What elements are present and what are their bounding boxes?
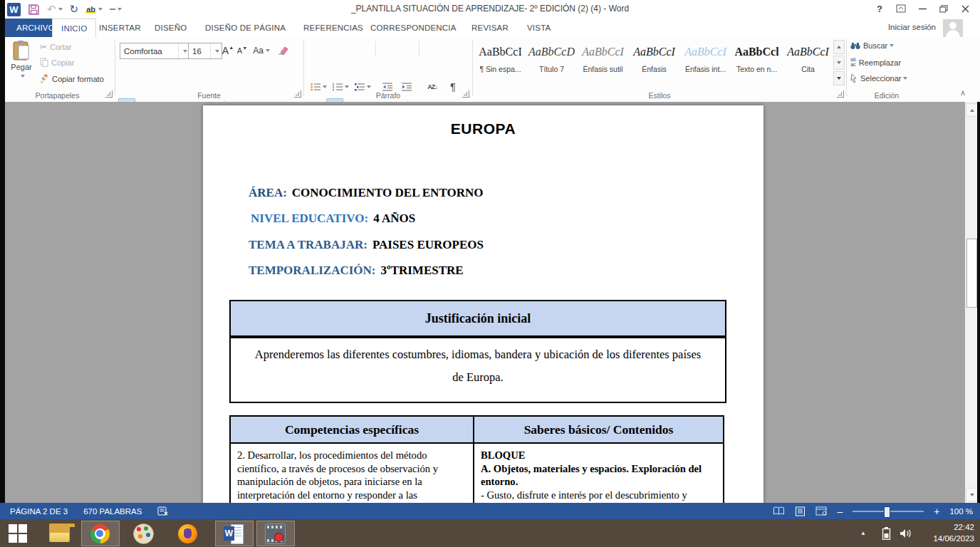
- firefox-icon: [178, 524, 197, 543]
- ribbon-display-options-button[interactable]: [890, 0, 912, 17]
- grow-font-button[interactable]: A▲: [221, 42, 235, 58]
- increase-indent-icon: [402, 83, 412, 91]
- title-bar: W ↶ ↻ ab _PLANTILLA SITUACIÓN DE APRENDI…: [0, 0, 980, 19]
- screen-recorder-icon: [265, 523, 286, 544]
- read-mode-button[interactable]: [773, 506, 785, 516]
- taskbar-word[interactable]: W: [223, 523, 244, 544]
- font-size-dropdown-icon[interactable]: [210, 43, 221, 58]
- style-label-text: Énfasis sutil: [578, 65, 627, 73]
- proofing-errors-icon[interactable]: [157, 506, 169, 516]
- zoom-level[interactable]: 100 %: [949, 507, 973, 516]
- taskbar-file-explorer[interactable]: [48, 523, 70, 544]
- group-estilos: AaBbCcI ¶ Sin espa... AaBbCcD Título 7 A…: [474, 37, 845, 102]
- style-titulo-7[interactable]: AaBbCcD Título 7: [527, 40, 576, 85]
- document-page[interactable]: EUROPA ÁREA:CONOCIMIENTO DEL ENTORNO NIV…: [203, 105, 763, 503]
- saberes-header-cell: Saberes básicos/ Contenidos: [474, 415, 724, 444]
- speaker-icon: [900, 528, 912, 539]
- scrollbar-down-button[interactable]: [966, 488, 978, 501]
- field-tema: TEMA A TRABAJAR:PAISES EUROPEOS: [249, 238, 484, 252]
- styles-scroll-up-button[interactable]: [833, 40, 845, 54]
- select-cursor-icon: [850, 74, 858, 83]
- clipboard-dialog-launcher[interactable]: [105, 90, 113, 98]
- shrink-font-button[interactable]: A▼: [236, 42, 249, 58]
- screen-edge-left: [0, 0, 5, 503]
- select-button[interactable]: Seleccionar: [850, 74, 907, 83]
- replace-button[interactable]: ab ac Reemplazar: [850, 58, 901, 67]
- tab-inicio[interactable]: INICIO: [52, 19, 96, 38]
- style-enfasis[interactable]: AaBbCcI Énfasis: [630, 40, 679, 85]
- tab-diseno[interactable]: DISEÑO: [146, 19, 195, 37]
- tab-insertar[interactable]: INSERTAR: [90, 19, 150, 37]
- style-enfasis-intenso[interactable]: AaBbCcI Énfasis int...: [681, 40, 730, 85]
- taskbar-clock[interactable]: 22:42 14/06/2023: [933, 521, 974, 544]
- styles-gallery-more-button[interactable]: [833, 71, 845, 85]
- paste-button[interactable]: Pegar: [7, 40, 36, 80]
- group-parrafo: AZ↓ ¶ Párrafo: [305, 37, 471, 102]
- format-painter-icon: [40, 74, 49, 83]
- tab-referencias[interactable]: REFERENCIAS: [295, 19, 372, 37]
- tab-correspondencia[interactable]: CORRESPONDENCIA: [362, 19, 465, 37]
- sign-in-link[interactable]: Iniciar sesión: [888, 23, 936, 31]
- copy-button[interactable]: Copiar: [40, 58, 74, 67]
- shrink-font-icon: A: [237, 46, 242, 55]
- competencias-header-cell: Competencias específicas: [229, 415, 474, 444]
- field-temporalizacion-label: TEMPORALIZACIÓN:: [249, 264, 376, 277]
- web-layout-button[interactable]: [815, 506, 827, 516]
- help-button[interactable]: ?: [869, 0, 890, 17]
- taskbar-firefox[interactable]: [177, 523, 198, 544]
- change-case-button[interactable]: Aa: [252, 42, 271, 58]
- eraser-icon: [278, 46, 288, 55]
- group-label-parrafo: Párrafo: [305, 91, 471, 100]
- style-sample-text: AaBbCcD: [527, 46, 576, 58]
- paragraph-dialog-launcher[interactable]: [462, 90, 469, 98]
- font-family-combo[interactable]: Comfortaa: [120, 43, 190, 59]
- tray-battery-button[interactable]: [882, 519, 891, 547]
- style-sample-text: AaBbCcI: [783, 46, 833, 58]
- minimize-button[interactable]: [912, 0, 933, 17]
- zoom-in-button[interactable]: +: [934, 506, 939, 517]
- taskbar-chrome[interactable]: [89, 523, 110, 544]
- collapse-ribbon-button[interactable]: ∧: [960, 88, 966, 98]
- scrollbar-thumb[interactable]: [966, 239, 977, 308]
- format-painter-button[interactable]: Copiar formato: [40, 74, 104, 83]
- word-count[interactable]: 670 PALABRAS: [83, 507, 142, 516]
- taskbar-paint[interactable]: [132, 523, 154, 544]
- zoom-slider[interactable]: [853, 511, 924, 512]
- group-edicion: Buscar ab ac Reemplazar Seleccionar Edic…: [848, 37, 926, 102]
- start-button[interactable]: [7, 523, 28, 544]
- tab-diseno-de-pagina[interactable]: DISEÑO DE PÁGINA: [197, 19, 294, 37]
- styles-scroll-down-button[interactable]: [833, 56, 845, 70]
- close-button[interactable]: [954, 0, 976, 17]
- tray-show-hidden-button[interactable]: ▲: [860, 519, 866, 547]
- tray-volume-button[interactable]: [900, 519, 912, 547]
- taskbar-screen-recorder[interactable]: [264, 523, 286, 544]
- style-sin-espaciado[interactable]: AaBbCcI ¶ Sin espa...: [476, 40, 525, 85]
- grow-font-icon: A: [222, 45, 229, 56]
- zoom-out-button[interactable]: –: [837, 506, 843, 517]
- sort-icon: AZ↓: [427, 83, 437, 90]
- styles-dialog-launcher[interactable]: [837, 90, 844, 98]
- numbering-icon: [333, 83, 343, 91]
- style-enfasis-sutil[interactable]: AaBbCcI Énfasis sutil: [578, 40, 627, 85]
- ribbon: Pegar ✂ Cortar Copiar Copiar formato Por…: [0, 37, 980, 103]
- paint-icon: [133, 523, 154, 544]
- scrollbar-up-button[interactable]: [966, 103, 978, 117]
- cut-button[interactable]: ✂ Cortar: [40, 42, 72, 52]
- style-cita[interactable]: AaBbCcI Cita: [783, 40, 833, 85]
- zoom-slider-thumb[interactable]: [884, 506, 890, 518]
- avatar-body-icon: [946, 30, 960, 37]
- print-layout-button[interactable]: [795, 506, 806, 516]
- find-button[interactable]: Buscar: [850, 41, 894, 50]
- saberes-apartado-line: A. Objetos, materiales y espacios. Explo…: [481, 462, 716, 489]
- tab-revisar[interactable]: REVISAR: [463, 19, 517, 37]
- font-size-combo[interactable]: 16: [188, 43, 222, 59]
- vertical-scrollbar[interactable]: [965, 102, 977, 503]
- style-texto-en-negrita[interactable]: AaBbCcl Texto en n...: [732, 40, 781, 85]
- font-dialog-launcher[interactable]: [294, 90, 301, 98]
- tab-vista[interactable]: VISTA: [518, 19, 559, 37]
- avatar[interactable]: [943, 19, 963, 37]
- paste-dropdown-icon[interactable]: [19, 71, 25, 80]
- page-indicator[interactable]: PÁGINA 2 DE 3: [10, 507, 68, 516]
- clear-formatting-button[interactable]: [275, 42, 291, 58]
- restore-button[interactable]: [933, 0, 954, 17]
